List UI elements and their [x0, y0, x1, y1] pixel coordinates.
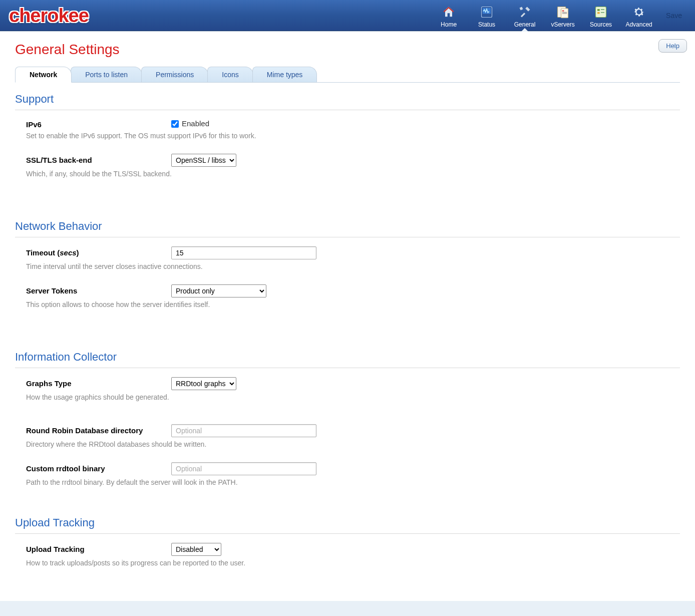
page-title: General Settings: [15, 42, 680, 58]
nav-advanced[interactable]: Advanced: [620, 0, 658, 31]
label-ssl: SSL/TLS back-end: [26, 156, 171, 164]
svg-rect-4: [562, 10, 564, 11]
nav-home[interactable]: Home: [430, 0, 468, 31]
row-ipv6: IPv6 Enabled: [15, 119, 680, 129]
ipv6-checkbox-label: Enabled: [182, 119, 209, 128]
svg-rect-5: [562, 12, 567, 13]
divider: [15, 368, 680, 368]
upload-select[interactable]: Disabled: [171, 543, 221, 556]
gear-icon: [631, 4, 647, 20]
tab-ports[interactable]: Ports to listen: [71, 67, 142, 82]
help-upload: How to track uploads/posts so its progre…: [15, 559, 680, 567]
nav-vservers[interactable]: vServers: [544, 0, 582, 31]
divider: [15, 110, 680, 110]
tokens-select[interactable]: Product only: [171, 284, 266, 297]
row-rrddir: Round Robin Database directory: [15, 424, 680, 437]
section-upload-title: Upload Tracking: [15, 516, 680, 529]
section-collector-title: Information Collector: [15, 351, 680, 364]
tools-icon: [517, 4, 533, 20]
help-ipv6: Set to enable the IPv6 support. The OS m…: [15, 132, 680, 140]
tab-network[interactable]: Network: [15, 67, 72, 83]
content: General Settings Network Ports to listen…: [0, 31, 695, 601]
nav-general[interactable]: General: [506, 0, 544, 31]
svg-rect-10: [601, 9, 604, 10]
row-ssl: SSL/TLS back-end OpenSSL / libssl: [15, 154, 680, 167]
section-network-title: Network Behavior: [15, 220, 680, 233]
status-icon: [479, 4, 495, 20]
tab-permissions[interactable]: Permissions: [141, 67, 208, 82]
home-icon: [441, 4, 457, 20]
timeout-input[interactable]: [171, 246, 316, 259]
nav-label: Home: [441, 21, 457, 28]
graphs-select[interactable]: RRDtool graphs: [171, 377, 236, 390]
row-timeout: Timeout (secs): [15, 246, 680, 259]
nav-label: General: [514, 21, 536, 28]
label-rrdbin: Custom rrdtool binary: [26, 464, 171, 473]
tab-icons[interactable]: Icons: [207, 67, 253, 82]
nav-label: Sources: [590, 21, 612, 28]
save-link[interactable]: Save: [658, 12, 690, 20]
svg-rect-11: [601, 12, 604, 13]
sources-icon: [593, 4, 609, 20]
label-tokens: Server Tokens: [26, 286, 171, 295]
help-rrdbin: Path to the rrdtool binary. By default t…: [15, 478, 680, 486]
help-timeout: Time interval until the server closes in…: [15, 262, 680, 270]
tab-mime[interactable]: Mime types: [252, 67, 317, 82]
nav-items: Home Status General vServers Sources: [430, 0, 658, 31]
help-ssl: Which, if any, should be the TLS/SSL bac…: [15, 170, 680, 178]
row-upload: Upload Tracking Disabled: [15, 543, 680, 556]
label-ipv6: IPv6: [26, 120, 171, 129]
ssl-select[interactable]: OpenSSL / libssl: [171, 154, 236, 167]
svg-rect-9: [597, 12, 600, 14]
svg-rect-3: [561, 9, 568, 18]
label-timeout: Timeout (secs): [26, 248, 171, 257]
row-rrdbin: Custom rrdtool binary: [15, 462, 680, 475]
ipv6-checkbox[interactable]: [171, 120, 179, 128]
rrddir-input[interactable]: [171, 424, 316, 437]
row-tokens: Server Tokens Product only: [15, 284, 680, 297]
svg-rect-6: [562, 13, 567, 14]
help-button[interactable]: Help: [658, 39, 687, 53]
svg-rect-8: [597, 9, 600, 11]
vservers-icon: [555, 4, 571, 20]
help-rrddir: Directory where the RRDtool databases sh…: [15, 440, 680, 448]
divider: [15, 533, 680, 534]
nav-label: vServers: [551, 21, 574, 28]
label-graphs: Graphs Type: [26, 379, 171, 388]
logo: cherokee: [9, 6, 89, 25]
label-rrddir: Round Robin Database directory: [26, 426, 171, 435]
nav-sources[interactable]: Sources: [582, 0, 620, 31]
row-graphs: Graphs Type RRDtool graphs: [15, 377, 680, 390]
help-graphs: How the usage graphics should be generat…: [15, 393, 680, 401]
rrdbin-input[interactable]: [171, 462, 316, 475]
help-tokens: This option allows to choose how the ser…: [15, 300, 680, 309]
tabs: Network Ports to listen Permissions Icon…: [15, 67, 680, 83]
label-upload: Upload Tracking: [26, 545, 171, 553]
top-nav: cherokee Home Status General vServers: [0, 0, 695, 31]
divider: [15, 237, 680, 237]
section-support-title: Support: [15, 93, 680, 106]
nav-label: Advanced: [625, 21, 652, 28]
nav-status[interactable]: Status: [468, 0, 506, 31]
nav-label: Status: [478, 21, 495, 28]
